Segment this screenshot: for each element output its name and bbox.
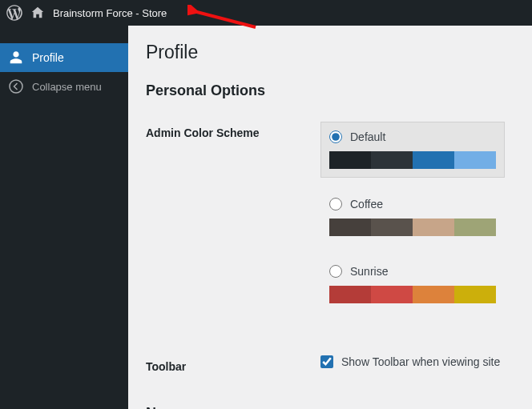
color-swatch xyxy=(454,219,496,236)
sidebar-item-profile[interactable]: Profile xyxy=(0,43,128,72)
color-scheme-name: Coffee xyxy=(350,198,383,211)
color-swatch xyxy=(413,286,454,303)
color-scheme-options: DefaultCoffeeSunrise xyxy=(320,122,516,323)
sidebar-item-collapse[interactable]: Collapse menu xyxy=(0,72,128,101)
section-personal-options: Personal Options xyxy=(146,82,516,99)
color-scheme-radio[interactable] xyxy=(329,198,342,211)
wordpress-logo-icon[interactable] xyxy=(6,5,22,21)
color-scheme-radio[interactable] xyxy=(329,130,342,143)
color-swatch xyxy=(454,151,496,169)
user-icon xyxy=(8,50,24,66)
color-swatch xyxy=(371,219,413,236)
page-content: Profile Personal Options Admin Color Sch… xyxy=(128,26,532,409)
color-swatch xyxy=(454,286,496,303)
site-title[interactable]: Brainstorm Force - Store xyxy=(53,7,167,19)
toolbar-checkbox[interactable] xyxy=(320,355,333,368)
color-swatch xyxy=(371,151,413,169)
color-swatch xyxy=(413,219,454,236)
color-swatch xyxy=(413,151,454,169)
color-scheme-swatches xyxy=(329,286,496,303)
color-scheme-swatches xyxy=(329,219,496,236)
color-scheme-radio-label[interactable]: Coffee xyxy=(329,198,496,211)
home-icon[interactable] xyxy=(30,6,45,20)
color-scheme-name: Sunrise xyxy=(350,265,388,278)
color-scheme-radio-label[interactable]: Default xyxy=(329,130,496,143)
svg-point-0 xyxy=(10,80,22,93)
label-color-scheme: Admin Color Scheme xyxy=(146,122,320,139)
sidebar-item-label: Collapse menu xyxy=(32,81,102,93)
color-swatch xyxy=(329,286,371,303)
sidebar-item-label: Profile xyxy=(32,51,64,64)
color-scheme-option[interactable]: Coffee xyxy=(320,189,505,245)
toolbar-checkbox-label[interactable]: Show Toolbar when viewing site xyxy=(320,355,516,368)
color-scheme-radio-label[interactable]: Sunrise xyxy=(329,265,496,278)
color-scheme-swatches xyxy=(329,151,496,169)
color-swatch xyxy=(329,219,371,236)
admin-bar: Brainstorm Force - Store xyxy=(0,0,532,26)
admin-sidebar: Profile Collapse menu xyxy=(0,26,128,409)
color-scheme-name: Default xyxy=(350,130,385,143)
collapse-icon xyxy=(8,78,24,94)
row-toolbar: Toolbar Show Toolbar when viewing site xyxy=(146,355,516,373)
color-scheme-radio[interactable] xyxy=(329,265,342,278)
page-title: Profile xyxy=(146,42,516,63)
toolbar-checkbox-text: Show Toolbar when viewing site xyxy=(341,355,500,368)
label-toolbar: Toolbar xyxy=(146,355,320,373)
color-scheme-option[interactable]: Default xyxy=(320,122,505,178)
section-name: Name xyxy=(146,405,516,409)
color-swatch xyxy=(371,286,413,303)
color-swatch xyxy=(329,151,371,169)
row-color-scheme: Admin Color Scheme DefaultCoffeeSunrise xyxy=(146,122,516,323)
color-scheme-option[interactable]: Sunrise xyxy=(320,256,505,312)
